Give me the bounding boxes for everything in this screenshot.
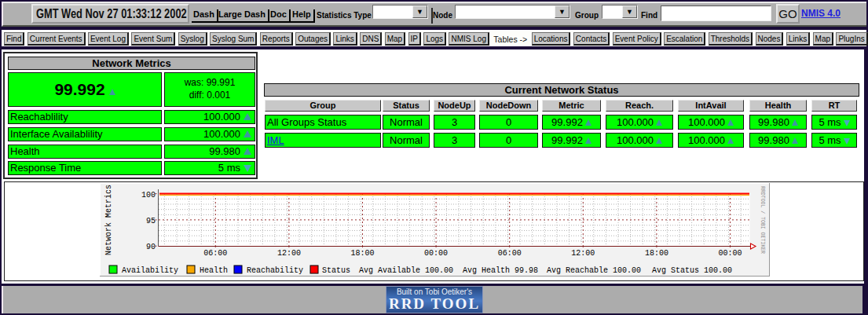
svg-text:Reachability: Reachability xyxy=(247,266,303,275)
svg-text:18:00: 18:00 xyxy=(350,249,374,258)
svg-text:90: 90 xyxy=(146,243,156,251)
svg-text:RRDTOOL / TOBI OETIKER: RRDTOOL / TOBI OETIKER xyxy=(760,186,765,254)
svg-text:Availability: Availability xyxy=(122,266,178,275)
svg-text:12:00: 12:00 xyxy=(571,249,595,258)
svg-text:18:00: 18:00 xyxy=(645,249,668,258)
svg-text:Status: Status xyxy=(322,266,350,275)
svg-text:Health: Health xyxy=(200,266,228,275)
svg-text:06:00: 06:00 xyxy=(498,249,522,258)
svg-text:Avg Status 100.00: Avg Status 100.00 xyxy=(652,266,732,275)
svg-text:100: 100 xyxy=(141,191,156,200)
svg-text:Avg Available 100.00: Avg Available 100.00 xyxy=(359,266,453,275)
svg-text:06:00: 06:00 xyxy=(203,249,227,258)
svg-text:Avg Health 99.98: Avg Health 99.98 xyxy=(463,266,538,275)
svg-text:Network Metrics: Network Metrics xyxy=(104,185,113,255)
svg-text:95: 95 xyxy=(146,217,156,225)
svg-text:00:00: 00:00 xyxy=(718,249,742,258)
svg-text:12:00: 12:00 xyxy=(277,249,301,258)
svg-text:Avg Reachable 100.00: Avg Reachable 100.00 xyxy=(547,266,641,275)
svg-text:00:00: 00:00 xyxy=(424,249,448,258)
